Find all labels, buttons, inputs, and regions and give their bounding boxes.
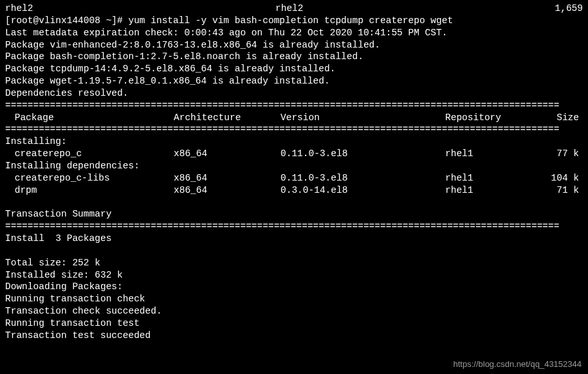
pkg-version: 0.3.0-14.el8: [280, 184, 445, 197]
deps-resolved-line: Dependencies resolved.: [5, 87, 583, 100]
divider-line: ========================================…: [5, 123, 583, 136]
blank-line: [5, 197, 583, 209]
transaction-summary-label: Transaction Summary: [5, 208, 583, 220]
downloading-line: Downloading Packages:: [5, 281, 583, 293]
installed-package-line: Package wget-1.19.5-7.el8_0.1.x86_64 is …: [5, 75, 583, 87]
running-test-line: Running transaction test: [5, 317, 583, 330]
divider-line: ========================================…: [5, 220, 583, 233]
pkg-repo: rhel1: [445, 184, 543, 197]
header-version: Version: [280, 112, 445, 124]
shell-prompt-line: [root@vlinx144008 ~]# yum install -y vim…: [5, 15, 583, 27]
repo-name-2: rhel2: [275, 3, 520, 15]
header-size: Size: [543, 112, 583, 124]
pkg-size: 77 k: [543, 148, 583, 160]
repo-summary-row: rhel2 rhel2 1,659: [5, 3, 583, 15]
package-row: createrepo_c x86_64 0.11.0-3.el8 rhel1 7…: [5, 148, 583, 160]
install-count-line: Install 3 Packages: [5, 233, 583, 245]
blank-line: [5, 245, 583, 257]
package-table-header: Package Architecture Version Repository …: [5, 112, 583, 124]
installing-label: Installing:: [5, 136, 583, 148]
pkg-size: 71 k: [543, 184, 583, 197]
pkg-size: 104 k: [543, 172, 583, 184]
test-succeeded-line: Transaction test succeeded: [5, 330, 583, 342]
header-repo: Repository: [445, 112, 543, 124]
check-succeeded-line: Transaction check succeeded.: [5, 305, 583, 317]
divider-line: ========================================…: [5, 100, 583, 112]
package-row: createrepo_c-libs x86_64 0.11.0-3.el8 rh…: [5, 172, 583, 184]
pkg-name: createrepo_c-libs: [5, 172, 174, 184]
installed-package-line: Package vim-enhanced-2:8.0.1763-13.el8.x…: [5, 39, 583, 51]
pkg-version: 0.11.0-3.el8: [280, 148, 445, 160]
watermark-text: https://blog.csdn.net/qq_43152344: [454, 359, 582, 370]
installing-deps-label: Installing dependencies:: [5, 160, 583, 172]
running-check-line: Running transaction check: [5, 293, 583, 305]
pkg-arch: x86_64: [174, 184, 280, 197]
pkg-version: 0.11.0-3.el8: [280, 172, 445, 184]
metadata-check-line: Last metadata expiration check: 0:00:43 …: [5, 27, 583, 39]
installed-package-line: Package bash-completion-1:2.7-5.el8.noar…: [5, 51, 583, 63]
total-size-line: Total size: 252 k: [5, 257, 583, 269]
repo-name-1: rhel2: [5, 3, 275, 15]
header-package: Package: [5, 112, 174, 124]
pkg-repo: rhel1: [445, 148, 543, 160]
package-row: drpm x86_64 0.3.0-14.el8 rhel1 71 k: [5, 184, 583, 197]
pkg-arch: x86_64: [174, 172, 280, 184]
pkg-repo: rhel1: [445, 172, 543, 184]
pkg-name: drpm: [5, 184, 174, 197]
pkg-arch: x86_64: [174, 148, 280, 160]
installed-package-line: Package tcpdump-14:4.9.2-5.el8.x86_64 is…: [5, 63, 583, 75]
installed-size-line: Installed size: 632 k: [5, 269, 583, 281]
pkg-name: createrepo_c: [5, 148, 174, 160]
repo-count: 1,659: [520, 3, 583, 15]
header-arch: Architecture: [174, 112, 280, 124]
